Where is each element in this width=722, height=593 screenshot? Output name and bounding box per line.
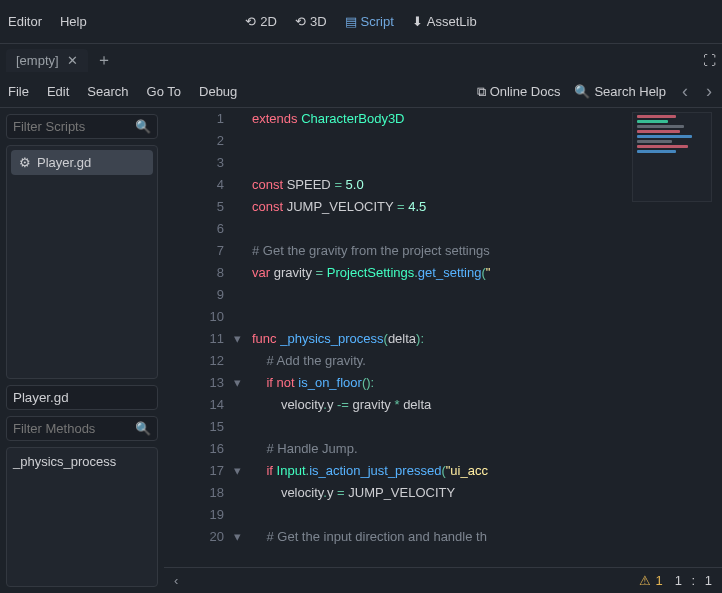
warnings-indicator[interactable]: ⚠ 1 (639, 573, 662, 588)
cursor-sep: : (686, 573, 702, 588)
2d-icon: ⟲ (245, 14, 256, 29)
scene-tab[interactable]: [empty] ✕ (6, 49, 88, 72)
menu-edit[interactable]: Edit (47, 84, 69, 99)
gear-icon: ⚙ (19, 155, 31, 170)
filter-scripts-input[interactable] (13, 119, 135, 134)
view-3d-button[interactable]: ⟲ 3D (295, 14, 327, 29)
fold-column[interactable]: ▾ ▾ ▾ ▾ (234, 108, 252, 567)
3d-icon: ⟲ (295, 14, 306, 29)
view-assetlib-label: AssetLib (427, 14, 477, 29)
script-icon: ▤ (345, 14, 357, 29)
menu-goto[interactable]: Go To (147, 84, 181, 99)
filter-methods-input[interactable] (13, 421, 135, 436)
menu-debug[interactable]: Debug (199, 84, 237, 99)
online-docs-label: Online Docs (490, 84, 561, 99)
script-list: ⚙ Player.gd (6, 145, 158, 379)
main-area: 🔍 ⚙ Player.gd ⇅ 🔍 _physics_process 12345… (0, 108, 722, 593)
collapse-panel-icon[interactable]: ‹ (174, 573, 178, 588)
script-sidebar: 🔍 ⚙ Player.gd ⇅ 🔍 _physics_process (0, 108, 164, 593)
filter-scripts-box[interactable]: 🔍 (6, 114, 158, 139)
current-script-box[interactable]: ⇅ (6, 385, 158, 410)
view-script-label: Script (361, 14, 394, 29)
search-help-label: Search Help (594, 84, 666, 99)
editor-status-bar: ‹ ⚠ 1 1 : 1 (164, 567, 722, 593)
fullscreen-icon[interactable]: ⛶ (703, 53, 716, 68)
add-tab-button[interactable]: ＋ (96, 50, 112, 71)
view-2d-label: 2D (260, 14, 277, 29)
warning-icon: ⚠ (639, 573, 651, 588)
search-help-button[interactable]: 🔍 Search Help (574, 84, 666, 99)
script-menu-bar: File Edit Search Go To Debug ⧉ Online Do… (0, 76, 722, 108)
search-icon[interactable]: 🔍 (135, 119, 151, 134)
method-list: _physics_process (6, 447, 158, 587)
tab-label: [empty] (16, 53, 59, 68)
nav-back-button[interactable]: ‹ (680, 81, 690, 102)
script-item-player[interactable]: ⚙ Player.gd (11, 150, 153, 175)
help-search-icon: 🔍 (574, 84, 590, 99)
menu-help[interactable]: Help (60, 14, 87, 29)
line-gutter: 1234567891011121314151617181920 (164, 108, 234, 567)
minimap[interactable] (632, 112, 712, 202)
filter-methods-box[interactable]: 🔍 (6, 416, 158, 441)
search-icon[interactable]: 🔍 (135, 421, 151, 436)
top-menu-bar: Editor Help ⟲ 2D ⟲ 3D ▤ Script ⬇ AssetLi… (0, 0, 722, 44)
menu-editor[interactable]: Editor (8, 14, 42, 29)
view-3d-label: 3D (310, 14, 327, 29)
view-2d-button[interactable]: ⟲ 2D (245, 14, 277, 29)
tabs-row: [empty] ✕ ＋ ⛶ (0, 44, 722, 76)
menu-file[interactable]: File (8, 84, 29, 99)
code-editor: 1234567891011121314151617181920 ▾ ▾ ▾ ▾ … (164, 108, 722, 593)
online-docs-button[interactable]: ⧉ Online Docs (477, 84, 561, 100)
script-item-label: Player.gd (37, 155, 91, 170)
cursor-line: 1 (675, 573, 682, 588)
cursor-col: 1 (705, 573, 712, 588)
warning-count: 1 (655, 573, 662, 588)
view-script-button[interactable]: ▤ Script (345, 14, 394, 29)
nav-forward-button[interactable]: › (704, 81, 714, 102)
current-script-input[interactable] (13, 390, 182, 405)
view-assetlib-button[interactable]: ⬇ AssetLib (412, 14, 477, 29)
external-link-icon: ⧉ (477, 84, 486, 100)
menu-search[interactable]: Search (87, 84, 128, 99)
close-icon[interactable]: ✕ (67, 53, 78, 68)
method-item[interactable]: _physics_process (13, 454, 151, 469)
download-icon: ⬇ (412, 14, 423, 29)
cursor-position: 1 : 1 (675, 573, 712, 588)
